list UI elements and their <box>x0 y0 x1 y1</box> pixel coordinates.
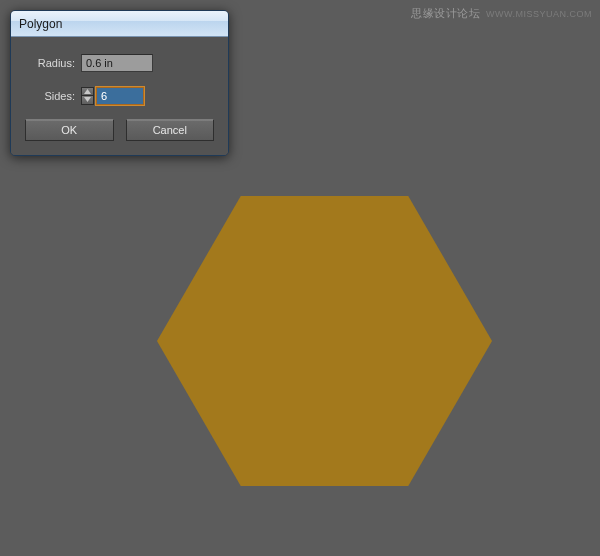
sides-stepper <box>81 87 94 105</box>
chevron-down-icon <box>84 97 91 102</box>
sides-label: Sides: <box>25 90 81 102</box>
chevron-up-icon <box>84 89 91 94</box>
hexagon-icon <box>157 196 492 486</box>
polygon-shape[interactable] <box>157 196 492 486</box>
dialog-body: Radius: Sides: OK Cancel <box>11 37 228 155</box>
svg-marker-1 <box>84 89 91 94</box>
watermark: 思缘设计论坛 WWW.MISSYUAN.COM <box>411 6 592 21</box>
radius-row: Radius: <box>25 53 214 72</box>
svg-marker-0 <box>157 196 492 486</box>
sides-row: Sides: <box>25 86 214 105</box>
sides-step-up[interactable] <box>81 87 94 96</box>
watermark-en: WWW.MISSYUAN.COM <box>486 9 592 19</box>
dialog-titlebar[interactable]: Polygon <box>11 11 228 37</box>
radius-input[interactable] <box>81 54 153 72</box>
radius-label: Radius: <box>25 57 81 69</box>
svg-marker-2 <box>84 97 91 102</box>
polygon-dialog: Polygon Radius: Sides: OK <box>10 10 229 156</box>
dialog-title: Polygon <box>19 17 62 31</box>
watermark-cn: 思缘设计论坛 <box>411 6 480 21</box>
ok-button[interactable]: OK <box>25 119 114 141</box>
sides-step-down[interactable] <box>81 95 94 105</box>
sides-input[interactable] <box>96 87 144 105</box>
cancel-button[interactable]: Cancel <box>126 119 215 141</box>
dialog-button-row: OK Cancel <box>25 119 214 141</box>
